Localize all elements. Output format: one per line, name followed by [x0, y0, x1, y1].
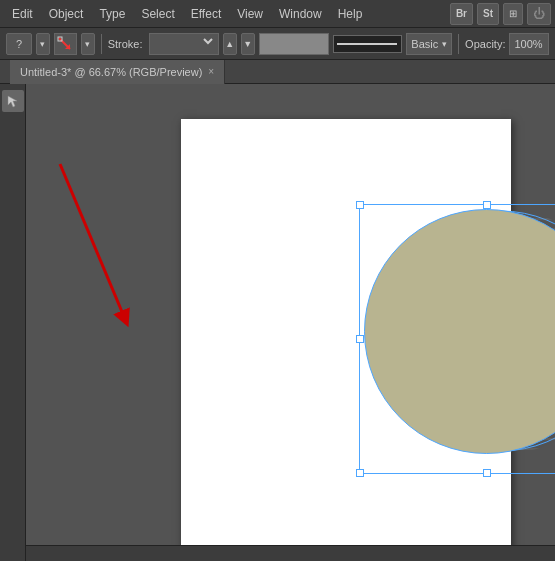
main-area	[0, 84, 555, 561]
opacity-label: Opacity:	[465, 38, 505, 50]
separator-2	[458, 34, 459, 54]
menu-edit[interactable]: Edit	[4, 3, 41, 25]
arrow-tool-dropdown[interactable]: ▾	[81, 33, 95, 55]
arrow-tool-btn[interactable]	[54, 33, 77, 55]
selection-tool-icon	[6, 94, 20, 108]
handle-bottom-left[interactable]	[356, 469, 364, 477]
svg-line-4	[60, 164, 125, 319]
opacity-value[interactable]: 100%	[509, 33, 549, 55]
menu-effect[interactable]: Effect	[183, 3, 229, 25]
stroke-down-btn[interactable]: ▼	[241, 33, 255, 55]
menu-object[interactable]: Object	[41, 3, 92, 25]
stroke-up-btn[interactable]: ▲	[223, 33, 237, 55]
separator-1	[101, 34, 102, 54]
arrow-tool-icon	[57, 36, 73, 52]
stock-button[interactable]: St	[477, 3, 499, 25]
style-select[interactable]: Basic ▾	[406, 33, 452, 55]
opacity-display: 100%	[514, 38, 542, 50]
tab-close-btn[interactable]: ×	[208, 66, 214, 77]
stock-icon: St	[483, 8, 493, 19]
left-toolbar	[0, 84, 26, 561]
tab-title: Untitled-3* @ 66.67% (RGB/Preview)	[20, 66, 202, 78]
menu-type[interactable]: Type	[91, 3, 133, 25]
tool-options-dropdown[interactable]: ▾	[36, 33, 50, 55]
menu-view[interactable]: View	[229, 3, 271, 25]
bridge-button[interactable]: Br	[450, 3, 473, 25]
tool-options-btn[interactable]: ?	[6, 33, 32, 55]
menu-bar: Edit Object Type Select Effect View Wind…	[0, 0, 555, 28]
grid-icon: ⊞	[509, 8, 517, 19]
menu-window[interactable]: Window	[271, 3, 330, 25]
bottom-scrollbar[interactable]	[26, 545, 555, 561]
style-value: Basic	[411, 38, 438, 50]
document-canvas	[181, 119, 511, 549]
handle-bottom-center[interactable]	[483, 469, 491, 477]
question-icon: ?	[16, 38, 22, 50]
stroke-line	[337, 43, 397, 45]
stroke-select[interactable]	[149, 33, 219, 55]
power-icon: ⏻	[533, 7, 545, 21]
stroke-dropdown[interactable]	[152, 34, 216, 48]
handle-top-center[interactable]	[483, 201, 491, 209]
annotation-arrow	[40, 149, 140, 349]
shape-container	[359, 204, 555, 474]
power-button[interactable]: ⏻	[527, 3, 551, 25]
menu-select[interactable]: Select	[133, 3, 182, 25]
main-circle	[364, 209, 555, 454]
grid-button[interactable]: ⊞	[503, 3, 523, 25]
handle-top-left[interactable]	[356, 201, 364, 209]
selection-tool[interactable]	[2, 90, 24, 112]
stroke-label: Stroke:	[108, 38, 143, 50]
canvas-area[interactable]	[26, 84, 555, 561]
stroke-color-area[interactable]	[259, 33, 329, 55]
bridge-icon: Br	[456, 8, 467, 19]
style-dropdown-arrow: ▾	[442, 39, 447, 49]
stroke-style-preview	[333, 35, 403, 53]
menu-help[interactable]: Help	[330, 3, 371, 25]
options-toolbar: ? ▾ ▾ Stroke: ▲ ▼ Basic ▾ Opacity: 100%	[0, 28, 555, 60]
tab-bar: Untitled-3* @ 66.67% (RGB/Preview) ×	[0, 60, 555, 84]
document-tab[interactable]: Untitled-3* @ 66.67% (RGB/Preview) ×	[10, 60, 225, 84]
handle-middle-left[interactable]	[356, 335, 364, 343]
